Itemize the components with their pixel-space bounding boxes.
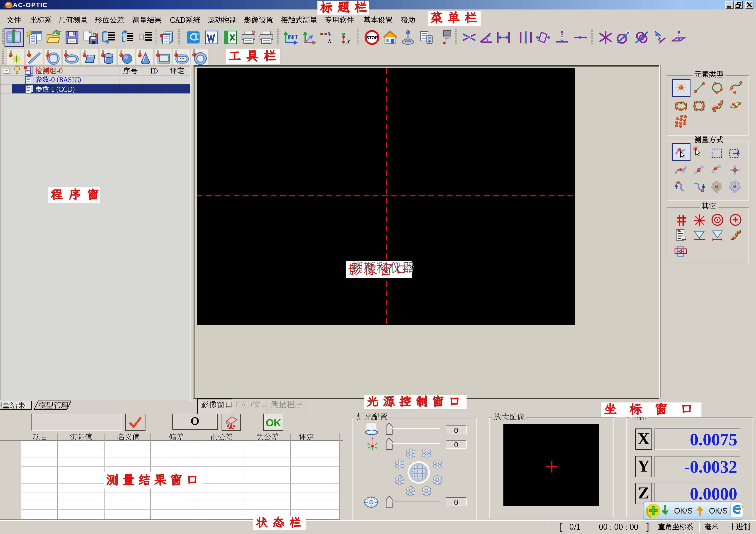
svg-text:x: x: [328, 36, 332, 44]
svg-text:?: ?: [252, 29, 256, 36]
svg-text:STOP: STOP: [366, 35, 378, 40]
svg-text:-d-: -d-: [678, 248, 684, 254]
svg-text:INIT: INIT: [287, 34, 298, 40]
svg-text:y: y: [346, 36, 350, 44]
